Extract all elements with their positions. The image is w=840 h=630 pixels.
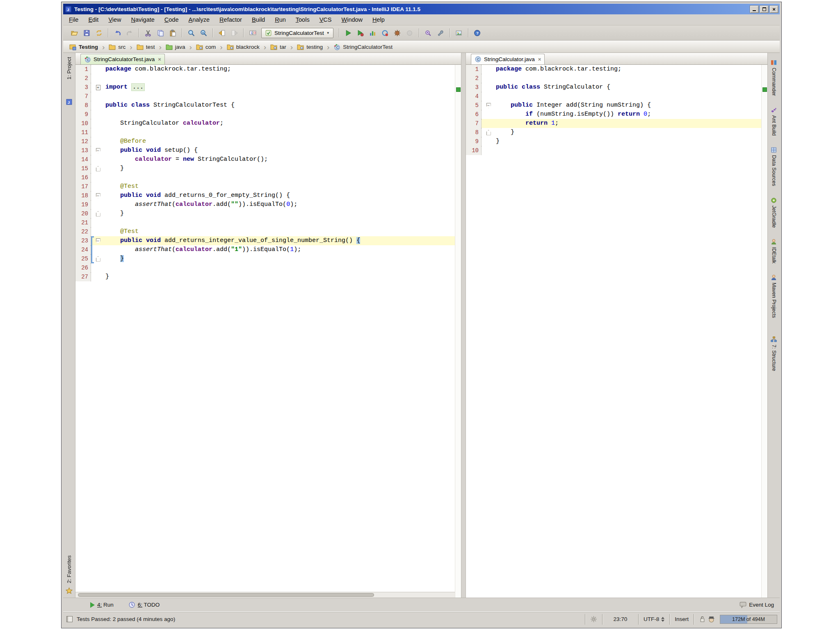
- insert-mode[interactable]: Insert: [669, 614, 694, 625]
- breadcrumb-item-tar[interactable]: tar: [269, 43, 288, 50]
- toolbar-separator: [139, 28, 139, 37]
- toolbar-coverage-button[interactable]: [367, 27, 379, 39]
- fold-marker-icon[interactable]: −: [486, 103, 491, 108]
- menu-vcs[interactable]: VCS: [320, 16, 332, 23]
- file-encoding[interactable]: UTF-8: [638, 614, 669, 625]
- editor-splitter[interactable]: [461, 53, 466, 598]
- menu-tools[interactable]: Tools: [296, 16, 310, 23]
- toolbar-paste-button[interactable]: [167, 27, 179, 39]
- code-area-right[interactable]: 1package com.blackrock.tar.testing;23pub…: [466, 65, 761, 598]
- tool-button-todo[interactable]: 6: TODO: [128, 601, 160, 608]
- caret-position[interactable]: 23:70: [602, 614, 638, 625]
- toolbar-screenshot-button[interactable]: [453, 27, 465, 39]
- toolbar-run-button[interactable]: [342, 27, 354, 39]
- tool-button-data-sources[interactable]: Data Sources: [771, 147, 777, 186]
- menu-code[interactable]: Code: [164, 16, 179, 23]
- close-button[interactable]: ×: [769, 5, 778, 13]
- tab-close-icon[interactable]: ×: [538, 56, 541, 62]
- fold-marker-icon[interactable]: [96, 256, 100, 262]
- title-bar[interactable]: J Testing - [C:\dev\testlab\Testing] - […: [63, 4, 780, 14]
- fold-marker-icon[interactable]: −: [96, 238, 100, 244]
- toolbar-back-button[interactable]: [216, 27, 228, 39]
- menu-run[interactable]: Run: [275, 16, 286, 23]
- tool-button-structure[interactable]: 7: Structure: [771, 336, 777, 371]
- tool-button-ant-build[interactable]: Ant Build: [771, 107, 777, 136]
- fold-marker-icon[interactable]: +: [96, 85, 100, 90]
- menu-analyze[interactable]: Analyze: [189, 16, 210, 23]
- lock-hector-cell[interactable]: [694, 614, 720, 625]
- tool-button-idetalk[interactable]: IDEtalk: [771, 239, 777, 263]
- breadcrumb-item-blackrock[interactable]: blackrock: [226, 43, 261, 50]
- fold-marker-icon[interactable]: [96, 211, 100, 217]
- toolbar-save-all-button[interactable]: [80, 27, 93, 39]
- toolbar-redo-button[interactable]: [123, 27, 136, 39]
- fold-marker-icon[interactable]: −: [96, 148, 100, 153]
- rerun-icon: [381, 30, 388, 37]
- fold-marker-icon[interactable]: −: [96, 193, 100, 199]
- hector-icon[interactable]: [708, 616, 715, 623]
- toolbar-stop-button[interactable]: [404, 27, 416, 39]
- toolbar-find-button[interactable]: [185, 27, 197, 39]
- toolbar-cut-button[interactable]: [142, 27, 154, 39]
- tab-stringcalculator[interactable]: C StringCalculator.java ×: [471, 54, 545, 64]
- horizontal-scrollbar[interactable]: [75, 592, 455, 598]
- breadcrumb-item-testing[interactable]: testing: [296, 43, 324, 50]
- breadcrumb-item-stringcalculatortest[interactable]: CStringCalculatorTest: [332, 43, 394, 50]
- tab-close-icon[interactable]: ×: [158, 56, 161, 62]
- toolbar-numbers-button[interactable]: 10: [247, 27, 259, 39]
- idea-tool-icon[interactable]: J: [66, 98, 73, 105]
- toolbar-forward-button[interactable]: [228, 27, 240, 39]
- toolbar-help-button[interactable]: ?: [471, 27, 484, 39]
- menu-view[interactable]: View: [108, 16, 121, 23]
- toolwindow-toggle-icon[interactable]: [66, 616, 73, 622]
- menu-edit[interactable]: Edit: [88, 16, 98, 23]
- code-line: 1package com.blackrock.tar.testing;: [466, 65, 761, 74]
- editor-right[interactable]: 1package com.blackrock.tar.testing;23pub…: [466, 65, 767, 598]
- help-icon: ?: [474, 30, 481, 37]
- tool-button-project[interactable]: 1: Project: [66, 57, 72, 80]
- menu-navigate[interactable]: Navigate: [131, 16, 155, 23]
- fold-marker-icon[interactable]: [96, 166, 100, 171]
- toolbar-rerun-button[interactable]: [379, 27, 391, 39]
- favorites-star-icon[interactable]: [66, 587, 73, 594]
- tab-stringcalculatortest[interactable]: C StringCalculatorTest.java ×: [80, 54, 165, 64]
- toolbar-replace-button[interactable]: a: [197, 27, 210, 39]
- toolbar-synchronize-button[interactable]: [93, 27, 105, 39]
- menu-refactor[interactable]: Refactor: [219, 16, 242, 23]
- maven-projects-icon: [771, 274, 777, 281]
- tool-button-favorites[interactable]: 2: Favorites: [66, 555, 72, 583]
- code-area-left[interactable]: 1package com.blackrock.tar.testing;23+im…: [75, 65, 455, 598]
- maximize-button[interactable]: [760, 5, 769, 13]
- fold-gutter: [94, 164, 102, 173]
- breadcrumb-item-src[interactable]: src: [107, 43, 127, 50]
- toolbar-open-button[interactable]: [68, 27, 80, 39]
- tool-button-jetgradle[interactable]: JetGradle: [771, 197, 777, 228]
- menu-help[interactable]: Help: [372, 16, 385, 23]
- tool-button-commander[interactable]: Commander: [771, 59, 777, 96]
- code-line: 19 assertThat(calculator.add("")).isEqua…: [75, 200, 455, 209]
- toolbar-inspect-button[interactable]: [422, 27, 434, 39]
- toolbar-debug-button[interactable]: [354, 27, 367, 39]
- tool-button-maven-projects[interactable]: Maven Projects: [771, 274, 777, 318]
- tool-button-event-log[interactable]: Event Log: [740, 601, 774, 608]
- breadcrumb-item-test[interactable]: test: [135, 43, 156, 50]
- breadcrumb-item-com[interactable]: com: [195, 43, 217, 50]
- menu-build[interactable]: Build: [252, 16, 265, 23]
- minimize-button[interactable]: [750, 5, 759, 13]
- inspection-profile-button[interactable]: [585, 614, 602, 625]
- fold-gutter: [94, 65, 102, 74]
- fold-marker-icon[interactable]: [486, 130, 491, 135]
- memory-indicator[interactable]: 172M of 494M: [720, 615, 777, 624]
- breadcrumb-item-testing[interactable]: Testing: [68, 43, 99, 50]
- breadcrumb-item-java[interactable]: java: [164, 43, 187, 50]
- scrollbar-thumb[interactable]: [78, 593, 374, 597]
- run-configuration-select[interactable]: StringCalculatorTest▼: [261, 28, 333, 38]
- tool-button-run[interactable]: 4: Run: [90, 602, 114, 608]
- toolbar-copy-button[interactable]: [154, 27, 167, 39]
- menu-file[interactable]: File: [69, 16, 78, 23]
- editor-left[interactable]: 1package com.blackrock.tar.testing;23+im…: [75, 65, 461, 598]
- toolbar-undo-button[interactable]: [111, 27, 123, 39]
- toolbar-settings-gear-button[interactable]: [391, 27, 404, 39]
- toolbar-wrench-button[interactable]: [434, 27, 447, 39]
- menu-window[interactable]: Window: [341, 16, 363, 23]
